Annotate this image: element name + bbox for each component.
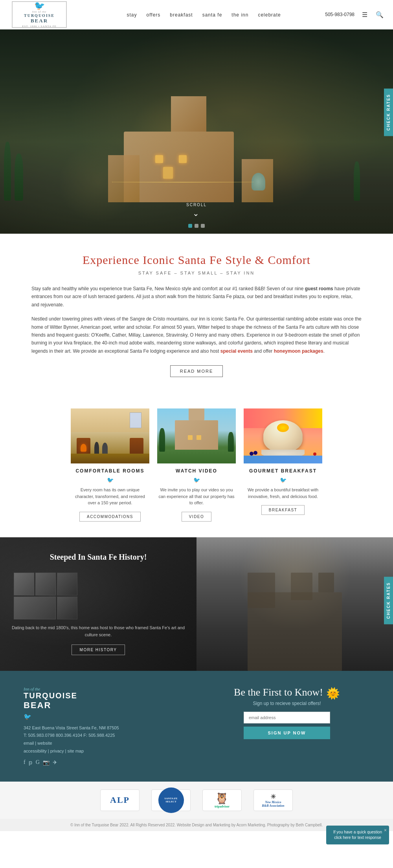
- footer-cta-title: Be the First to Know!: [234, 687, 323, 698]
- chat-widget-text: If you have a quick question click here …: [333, 830, 382, 831]
- guest-rooms-link[interactable]: guest rooms: [305, 286, 333, 291]
- hero-scroll: SCROLL ⌄: [186, 203, 207, 218]
- nav-celebrate[interactable]: celebrate: [258, 12, 281, 18]
- tripadvisor-owl-icon: 🦉: [215, 792, 229, 805]
- card-breakfast-bird-icon: 🐦: [244, 477, 322, 483]
- logo-est: EST. 1886 • SANTA FE: [22, 25, 57, 28]
- main-title: Experience Iconic Santa Fe Style & Comfo…: [31, 253, 362, 267]
- nav-phone: 505-983-0798: [325, 12, 354, 17]
- more-history-button[interactable]: MORE HISTORY: [72, 645, 125, 655]
- copyright-text: © Inn of the Turquoise Bear 2022. All Ri…: [70, 823, 323, 827]
- footer-right: Be the First to Know! 🌞 Sign up to recie…: [204, 687, 369, 739]
- accommodations-button[interactable]: ACCOMMODATIONS: [79, 512, 141, 522]
- email-input[interactable]: [244, 712, 330, 723]
- nav-offers[interactable]: offers: [147, 12, 161, 18]
- footer-social: f 𝕡 G 📷 ✈: [24, 759, 189, 766]
- card-video-bird-icon: 🐦: [157, 477, 236, 483]
- hamburger-menu-icon[interactable]: ☰: [359, 9, 370, 20]
- card-video: WATCH VIDEO 🐦 We invite you to play our …: [157, 408, 236, 522]
- check-rates-button-2[interactable]: CHECK RATES: [384, 577, 393, 624]
- logo-bear: BEAR: [31, 18, 48, 24]
- card-breakfast-text: We provide a bountiful breakfast with in…: [244, 487, 322, 500]
- check-rates-button[interactable]: CHECK RATES: [384, 88, 393, 136]
- logo[interactable]: 🐦 Inn of the TURQUOISE BEAR EST. 1886 • …: [8, 0, 71, 29]
- google-icon[interactable]: G: [36, 759, 40, 766]
- hero-section: SCROLL ⌄ CHECK RATES: [0, 29, 393, 234]
- footer-logo-turquoise: TURQUOISE: [24, 691, 189, 700]
- footer-cta-sub: Sign up to recieve special offers!: [204, 701, 369, 706]
- footer-accessibility-link[interactable]: accessibility: [24, 749, 47, 753]
- santafe-logo[interactable]: SANTA FE SELECT: [151, 789, 191, 811]
- navbar: 🐦 Inn of the TURQUOISE BEAR EST. 1886 • …: [0, 0, 393, 29]
- read-more-button[interactable]: READ MORE: [170, 365, 223, 377]
- nav-icons: ☰ 🔍: [359, 9, 385, 20]
- logo-inn-of: Inn of the: [32, 10, 47, 13]
- search-icon[interactable]: 🔍: [374, 9, 385, 20]
- card-breakfast-image: [244, 408, 322, 463]
- nav-links: stay offers breakfast santa fe the inn c…: [83, 11, 325, 18]
- footer-privacy-link[interactable]: privacy: [50, 749, 64, 753]
- zia-sun-icon: ☀: [270, 793, 276, 800]
- footer-sitemap-link[interactable]: site map: [68, 749, 84, 753]
- hero-dots[interactable]: [188, 224, 205, 228]
- footer-left: Inn of the TURQUOISE BEAR 🐦 342 East Bue…: [24, 687, 189, 766]
- card-video-image: [157, 408, 236, 463]
- logo-turquoise: TURQUOISE: [24, 13, 55, 18]
- breakfast-button[interactable]: BREAKFAST: [261, 505, 305, 515]
- scroll-arrow-icon: ⌄: [186, 209, 207, 218]
- logo-bird-icon: 🐦: [34, 2, 45, 10]
- tripadvisor-icon[interactable]: ✈: [53, 759, 57, 766]
- card-rooms-text: Every room has its own unique character,…: [71, 487, 149, 506]
- newmexico-logo[interactable]: ☀ New MexicoB&B Association: [253, 789, 293, 811]
- main-body-2: Nestled under towering pines with views …: [31, 315, 362, 355]
- card-rooms: COMFORTABLE ROOMS 🐦 Every room has its o…: [71, 408, 149, 522]
- history-right: CHECK RATES: [196, 537, 393, 671]
- history-title: Steeped In Santa Fe History!: [50, 553, 147, 562]
- facebook-icon[interactable]: f: [24, 759, 26, 766]
- hero-dot-1[interactable]: [188, 224, 192, 228]
- history-left: Steeped In Santa Fe History! Dating back…: [0, 537, 196, 671]
- card-rooms-bird-icon: 🐦: [71, 477, 149, 483]
- nav-santa-fe[interactable]: santa fe: [202, 12, 222, 18]
- card-rooms-image: [71, 408, 149, 463]
- history-section: Steeped In Santa Fe History! Dating back…: [0, 537, 393, 671]
- sun-icon: 🌞: [326, 687, 340, 700]
- signup-button[interactable]: SIGN UP NOW: [244, 727, 330, 739]
- card-rooms-title: COMFORTABLE ROOMS: [71, 468, 149, 474]
- hero-dot-3[interactable]: [201, 224, 205, 228]
- footer-website-link[interactable]: website: [37, 741, 52, 745]
- hero-dot-2[interactable]: [195, 224, 198, 228]
- footer-logo-bear: BEAR: [24, 700, 189, 711]
- chat-close-icon[interactable]: ×: [384, 827, 387, 831]
- bottom-logos-bar: ALP SANTA FE SELECT 🦉 tripadvisor ☀ New …: [0, 782, 393, 819]
- card-video-text: We invite you to play our video so you c…: [157, 487, 236, 506]
- cards-section: COMFORTABLE ROOMS 🐦 Every room has its o…: [0, 397, 393, 533]
- chat-widget[interactable]: × If you have a quick question click her…: [326, 826, 389, 831]
- footer-main: Inn of the TURQUOISE BEAR 🐦 342 East Bue…: [0, 671, 393, 782]
- scroll-label: SCROLL: [186, 203, 207, 207]
- footer-logo-inn: Inn of the: [24, 687, 189, 691]
- history-desc: Dating back to the mid 1800's, this home…: [8, 624, 189, 638]
- main-content: Experience Iconic Santa Fe Style & Comfo…: [0, 234, 393, 397]
- card-breakfast: GOURMET BREAKFAST 🐦 We provide a bountif…: [244, 408, 322, 522]
- card-breakfast-title: GOURMET BREAKFAST: [244, 468, 322, 474]
- main-body-1: Stay safe and healthy while you experien…: [31, 285, 362, 309]
- nav-the-inn[interactable]: the inn: [231, 12, 248, 18]
- main-subtitle: STAY SAFE – STAY SMALL – STAY INN: [31, 271, 362, 275]
- footer-email-link[interactable]: email: [24, 741, 34, 745]
- footer-bird-icon: 🐦: [24, 713, 189, 720]
- tripadvisor-logo[interactable]: 🦉 tripadvisor: [202, 789, 242, 811]
- pinterest-icon[interactable]: 𝕡: [29, 759, 33, 766]
- alp-logo[interactable]: ALP: [100, 789, 140, 811]
- nav-breakfast[interactable]: breakfast: [170, 12, 193, 18]
- honeymoon-packages-link[interactable]: honeymoon packages: [274, 348, 323, 354]
- nav-stay[interactable]: stay: [127, 12, 137, 18]
- special-events-link[interactable]: special events: [220, 348, 253, 354]
- footer-address: 342 East Buena Vista Street Santa Fe, NM…: [24, 724, 189, 755]
- card-video-title: WATCH VIDEO: [157, 468, 236, 474]
- video-button[interactable]: VIDEO: [182, 512, 212, 522]
- santafe-logo-text: SANTA FE SELECT: [160, 797, 182, 803]
- instagram-icon[interactable]: 📷: [43, 759, 50, 766]
